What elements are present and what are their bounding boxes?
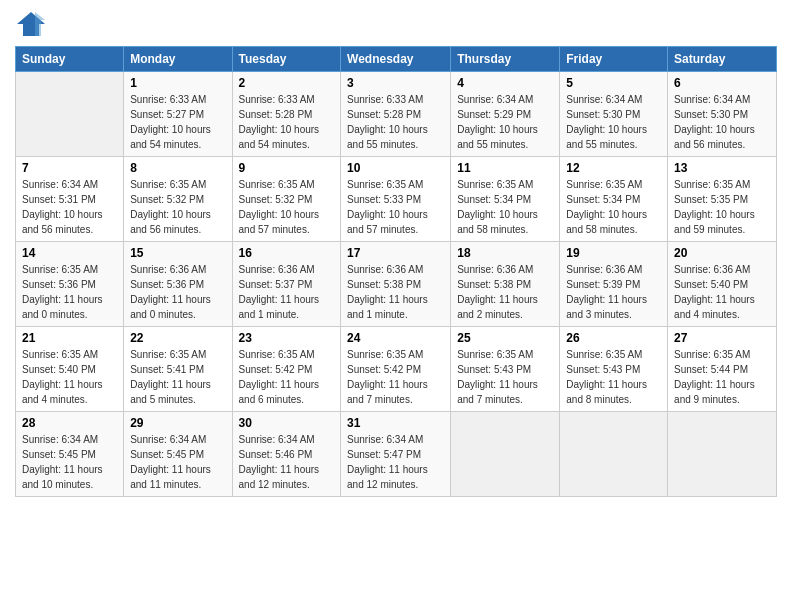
day-info: Sunrise: 6:35 AMSunset: 5:43 PMDaylight:…	[457, 347, 553, 407]
day-header-wednesday: Wednesday	[341, 47, 451, 72]
day-info: Sunrise: 6:36 AMSunset: 5:38 PMDaylight:…	[347, 262, 444, 322]
calendar-cell: 12Sunrise: 6:35 AMSunset: 5:34 PMDayligh…	[560, 157, 668, 242]
day-header-friday: Friday	[560, 47, 668, 72]
day-number: 25	[457, 331, 553, 345]
day-info: Sunrise: 6:34 AMSunset: 5:30 PMDaylight:…	[566, 92, 661, 152]
day-number: 17	[347, 246, 444, 260]
calendar-cell: 28Sunrise: 6:34 AMSunset: 5:45 PMDayligh…	[16, 412, 124, 497]
header-row: SundayMondayTuesdayWednesdayThursdayFrid…	[16, 47, 777, 72]
day-number: 3	[347, 76, 444, 90]
day-info: Sunrise: 6:35 AMSunset: 5:44 PMDaylight:…	[674, 347, 770, 407]
calendar-cell: 4Sunrise: 6:34 AMSunset: 5:29 PMDaylight…	[451, 72, 560, 157]
day-info: Sunrise: 6:36 AMSunset: 5:38 PMDaylight:…	[457, 262, 553, 322]
calendar-cell: 7Sunrise: 6:34 AMSunset: 5:31 PMDaylight…	[16, 157, 124, 242]
calendar-cell: 2Sunrise: 6:33 AMSunset: 5:28 PMDaylight…	[232, 72, 341, 157]
header	[15, 10, 777, 38]
day-number: 18	[457, 246, 553, 260]
day-number: 10	[347, 161, 444, 175]
day-number: 27	[674, 331, 770, 345]
day-number: 4	[457, 76, 553, 90]
day-info: Sunrise: 6:35 AMSunset: 5:33 PMDaylight:…	[347, 177, 444, 237]
calendar-cell: 31Sunrise: 6:34 AMSunset: 5:47 PMDayligh…	[341, 412, 451, 497]
logo-icon	[15, 10, 47, 38]
day-number: 6	[674, 76, 770, 90]
day-info: Sunrise: 6:36 AMSunset: 5:40 PMDaylight:…	[674, 262, 770, 322]
day-info: Sunrise: 6:34 AMSunset: 5:47 PMDaylight:…	[347, 432, 444, 492]
day-number: 14	[22, 246, 117, 260]
calendar-cell: 18Sunrise: 6:36 AMSunset: 5:38 PMDayligh…	[451, 242, 560, 327]
day-number: 8	[130, 161, 225, 175]
day-info: Sunrise: 6:35 AMSunset: 5:43 PMDaylight:…	[566, 347, 661, 407]
day-header-saturday: Saturday	[668, 47, 777, 72]
day-info: Sunrise: 6:36 AMSunset: 5:39 PMDaylight:…	[566, 262, 661, 322]
day-number: 2	[239, 76, 335, 90]
day-number: 28	[22, 416, 117, 430]
calendar-cell: 3Sunrise: 6:33 AMSunset: 5:28 PMDaylight…	[341, 72, 451, 157]
calendar-cell: 24Sunrise: 6:35 AMSunset: 5:42 PMDayligh…	[341, 327, 451, 412]
calendar-cell	[16, 72, 124, 157]
day-info: Sunrise: 6:34 AMSunset: 5:31 PMDaylight:…	[22, 177, 117, 237]
calendar-body: 1Sunrise: 6:33 AMSunset: 5:27 PMDaylight…	[16, 72, 777, 497]
calendar-cell: 11Sunrise: 6:35 AMSunset: 5:34 PMDayligh…	[451, 157, 560, 242]
week-row-2: 7Sunrise: 6:34 AMSunset: 5:31 PMDaylight…	[16, 157, 777, 242]
calendar-cell: 25Sunrise: 6:35 AMSunset: 5:43 PMDayligh…	[451, 327, 560, 412]
calendar-table: SundayMondayTuesdayWednesdayThursdayFrid…	[15, 46, 777, 497]
day-info: Sunrise: 6:35 AMSunset: 5:35 PMDaylight:…	[674, 177, 770, 237]
calendar-cell: 22Sunrise: 6:35 AMSunset: 5:41 PMDayligh…	[124, 327, 232, 412]
day-number: 29	[130, 416, 225, 430]
calendar-cell: 26Sunrise: 6:35 AMSunset: 5:43 PMDayligh…	[560, 327, 668, 412]
day-number: 23	[239, 331, 335, 345]
day-number: 9	[239, 161, 335, 175]
calendar-cell: 16Sunrise: 6:36 AMSunset: 5:37 PMDayligh…	[232, 242, 341, 327]
day-info: Sunrise: 6:34 AMSunset: 5:30 PMDaylight:…	[674, 92, 770, 152]
day-number: 22	[130, 331, 225, 345]
day-header-tuesday: Tuesday	[232, 47, 341, 72]
day-number: 15	[130, 246, 225, 260]
calendar-cell: 10Sunrise: 6:35 AMSunset: 5:33 PMDayligh…	[341, 157, 451, 242]
calendar-cell	[668, 412, 777, 497]
calendar-cell: 21Sunrise: 6:35 AMSunset: 5:40 PMDayligh…	[16, 327, 124, 412]
day-number: 30	[239, 416, 335, 430]
calendar-cell: 5Sunrise: 6:34 AMSunset: 5:30 PMDaylight…	[560, 72, 668, 157]
calendar-cell: 27Sunrise: 6:35 AMSunset: 5:44 PMDayligh…	[668, 327, 777, 412]
day-info: Sunrise: 6:35 AMSunset: 5:32 PMDaylight:…	[130, 177, 225, 237]
day-number: 24	[347, 331, 444, 345]
day-info: Sunrise: 6:35 AMSunset: 5:41 PMDaylight:…	[130, 347, 225, 407]
day-number: 26	[566, 331, 661, 345]
calendar-cell: 17Sunrise: 6:36 AMSunset: 5:38 PMDayligh…	[341, 242, 451, 327]
page: SundayMondayTuesdayWednesdayThursdayFrid…	[0, 0, 792, 507]
day-info: Sunrise: 6:35 AMSunset: 5:32 PMDaylight:…	[239, 177, 335, 237]
day-info: Sunrise: 6:33 AMSunset: 5:27 PMDaylight:…	[130, 92, 225, 152]
day-number: 11	[457, 161, 553, 175]
day-info: Sunrise: 6:35 AMSunset: 5:34 PMDaylight:…	[566, 177, 661, 237]
day-number: 7	[22, 161, 117, 175]
day-info: Sunrise: 6:35 AMSunset: 5:36 PMDaylight:…	[22, 262, 117, 322]
calendar-cell: 15Sunrise: 6:36 AMSunset: 5:36 PMDayligh…	[124, 242, 232, 327]
calendar-cell: 6Sunrise: 6:34 AMSunset: 5:30 PMDaylight…	[668, 72, 777, 157]
week-row-3: 14Sunrise: 6:35 AMSunset: 5:36 PMDayligh…	[16, 242, 777, 327]
calendar-cell: 20Sunrise: 6:36 AMSunset: 5:40 PMDayligh…	[668, 242, 777, 327]
day-info: Sunrise: 6:34 AMSunset: 5:45 PMDaylight:…	[130, 432, 225, 492]
calendar-cell: 8Sunrise: 6:35 AMSunset: 5:32 PMDaylight…	[124, 157, 232, 242]
calendar-cell: 1Sunrise: 6:33 AMSunset: 5:27 PMDaylight…	[124, 72, 232, 157]
calendar-cell	[451, 412, 560, 497]
calendar-cell: 29Sunrise: 6:34 AMSunset: 5:45 PMDayligh…	[124, 412, 232, 497]
day-number: 12	[566, 161, 661, 175]
day-number: 20	[674, 246, 770, 260]
day-header-sunday: Sunday	[16, 47, 124, 72]
day-number: 13	[674, 161, 770, 175]
day-number: 31	[347, 416, 444, 430]
day-number: 19	[566, 246, 661, 260]
day-info: Sunrise: 6:36 AMSunset: 5:37 PMDaylight:…	[239, 262, 335, 322]
calendar-cell: 13Sunrise: 6:35 AMSunset: 5:35 PMDayligh…	[668, 157, 777, 242]
week-row-1: 1Sunrise: 6:33 AMSunset: 5:27 PMDaylight…	[16, 72, 777, 157]
day-info: Sunrise: 6:33 AMSunset: 5:28 PMDaylight:…	[347, 92, 444, 152]
day-number: 1	[130, 76, 225, 90]
calendar-cell: 30Sunrise: 6:34 AMSunset: 5:46 PMDayligh…	[232, 412, 341, 497]
calendar-cell: 9Sunrise: 6:35 AMSunset: 5:32 PMDaylight…	[232, 157, 341, 242]
day-info: Sunrise: 6:35 AMSunset: 5:40 PMDaylight:…	[22, 347, 117, 407]
week-row-4: 21Sunrise: 6:35 AMSunset: 5:40 PMDayligh…	[16, 327, 777, 412]
calendar-cell	[560, 412, 668, 497]
week-row-5: 28Sunrise: 6:34 AMSunset: 5:45 PMDayligh…	[16, 412, 777, 497]
day-info: Sunrise: 6:34 AMSunset: 5:46 PMDaylight:…	[239, 432, 335, 492]
